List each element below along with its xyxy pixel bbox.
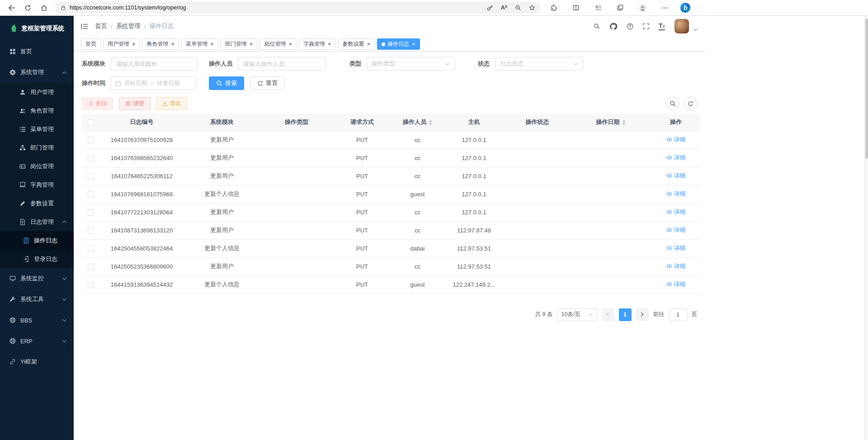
tab-close-icon[interactable]: × xyxy=(250,41,253,47)
scrollbar-thumb[interactable] xyxy=(865,19,868,159)
sidebar-item-home[interactable]: 首页 xyxy=(0,41,74,62)
toggle-search-button[interactable] xyxy=(666,97,679,110)
detail-link[interactable]: 详细 xyxy=(666,136,686,144)
next-page-button[interactable] xyxy=(636,308,649,321)
sidebar-item-system-mgmt[interactable]: 系统管理 xyxy=(0,62,74,83)
tab-dept-mgmt[interactable]: 部门管理× xyxy=(221,38,258,50)
row-checkbox[interactable] xyxy=(88,209,94,216)
detail-link[interactable]: 详细 xyxy=(666,244,686,252)
page-size-select[interactable]: 10条/页 xyxy=(557,308,597,321)
sidebar-item-menu-mgmt[interactable]: 菜单管理 xyxy=(0,120,74,138)
sidebar-item-dept-mgmt[interactable]: 部门管理 xyxy=(0,138,74,157)
detail-link[interactable]: 详细 xyxy=(666,208,686,216)
col-header-operator[interactable]: 操作人员 xyxy=(392,114,443,131)
copilot-bing-button[interactable]: b xyxy=(680,2,691,13)
user-avatar[interactable] xyxy=(675,19,689,33)
sidebar-item-role-mgmt[interactable]: 角色管理 xyxy=(0,101,74,120)
row-checkbox[interactable] xyxy=(88,191,94,198)
favorite-star-icon[interactable] xyxy=(529,5,535,11)
browser-refresh-button[interactable] xyxy=(21,1,34,14)
app-logo[interactable]: 意框架管理系统 xyxy=(0,16,74,41)
sidebar-item-post-mgmt[interactable]: 岗位管理 xyxy=(0,157,74,175)
font-size-icon[interactable]: TT xyxy=(659,23,665,30)
clear-button[interactable]: 清空 xyxy=(119,97,151,110)
favorites-bar-button[interactable] xyxy=(591,1,605,14)
sidebar-item-dict-mgmt[interactable]: 字典管理 xyxy=(0,175,74,194)
tab-post-mgmt[interactable]: 岗位管理× xyxy=(259,38,297,50)
tab-menu-mgmt[interactable]: 菜单管理× xyxy=(181,38,218,50)
extensions-button[interactable] xyxy=(547,1,561,14)
row-checkbox[interactable] xyxy=(88,246,94,252)
row-checkbox[interactable] xyxy=(88,173,94,180)
fullscreen-icon[interactable] xyxy=(643,23,649,29)
search-button[interactable]: 搜索 xyxy=(209,76,244,90)
operator-input[interactable] xyxy=(238,57,326,71)
sidebar-item-oper-log[interactable]: 操作日志 xyxy=(0,231,74,250)
split-screen-button[interactable] xyxy=(569,1,583,14)
detail-link[interactable]: 详细 xyxy=(666,226,686,234)
detail-link[interactable]: 详细 xyxy=(666,280,686,289)
browser-profile-button[interactable] xyxy=(636,1,649,14)
row-checkbox[interactable] xyxy=(88,282,94,288)
export-button[interactable]: 导出 xyxy=(156,97,188,110)
page-number-1[interactable]: 1 xyxy=(619,308,632,321)
select-all-checkbox[interactable] xyxy=(88,119,94,126)
prev-page-button[interactable] xyxy=(602,308,614,321)
detail-link[interactable]: 详细 xyxy=(666,172,686,180)
tab-dict-mgmt[interactable]: 字典管理× xyxy=(299,38,336,50)
reset-button[interactable]: 重置 xyxy=(250,76,285,90)
col-header-date[interactable]: 操作日期 xyxy=(570,114,651,131)
sidebar-item-user-mgmt[interactable]: 用户管理 xyxy=(0,83,74,101)
status-select[interactable]: 日志状态 xyxy=(495,57,583,71)
sidebar-item-yi-framework[interactable]: Yi框架 xyxy=(0,351,74,372)
type-select[interactable]: 操作类型 xyxy=(367,57,455,71)
detail-link[interactable]: 详细 xyxy=(666,154,686,162)
read-aloud-icon[interactable]: A)) xyxy=(501,4,507,11)
password-key-icon[interactable] xyxy=(487,5,493,11)
avatar-caret-icon[interactable] xyxy=(693,27,698,32)
header-search-icon[interactable] xyxy=(594,23,600,29)
browser-back-button[interactable] xyxy=(5,1,18,14)
tab-user-mgmt[interactable]: 用户管理× xyxy=(103,38,140,50)
zoom-icon[interactable] xyxy=(515,5,521,11)
row-checkbox[interactable] xyxy=(88,155,94,161)
detail-link[interactable]: 详细 xyxy=(666,190,686,198)
tab-close-icon[interactable]: × xyxy=(412,41,415,47)
sort-icon[interactable] xyxy=(429,120,432,125)
help-icon[interactable] xyxy=(627,23,633,30)
tab-close-icon[interactable]: × xyxy=(328,41,331,47)
sidebar-item-erp[interactable]: ERP xyxy=(0,331,74,351)
breadcrumb-system[interactable]: 系统管理 xyxy=(116,22,141,30)
tab-oper-log[interactable]: 操作日志× xyxy=(377,38,420,50)
sidebar-item-log-mgmt[interactable]: 日志管理 xyxy=(0,213,74,231)
sidebar-item-param-settings[interactable]: 参数设置 xyxy=(0,194,74,213)
browser-menu-button[interactable] xyxy=(658,1,671,14)
goto-page-input[interactable] xyxy=(669,308,687,321)
sidebar-item-system-monitor[interactable]: 系统监控 xyxy=(0,268,74,289)
row-checkbox[interactable] xyxy=(88,227,94,234)
tab-close-icon[interactable]: × xyxy=(288,41,292,47)
github-icon[interactable] xyxy=(609,23,617,30)
refresh-table-button[interactable] xyxy=(684,97,697,110)
breadcrumb-home[interactable]: 首页 xyxy=(95,22,107,30)
sidebar-item-system-tools[interactable]: 系统工具 xyxy=(0,289,74,310)
sort-icon[interactable] xyxy=(622,120,626,125)
collapse-sidebar-button[interactable] xyxy=(81,23,89,30)
detail-link[interactable]: 详细 xyxy=(666,262,686,270)
sidebar-item-login-log[interactable]: 登录日志 xyxy=(0,250,74,268)
tab-home[interactable]: 首页 xyxy=(81,38,101,50)
module-input[interactable] xyxy=(111,57,197,71)
tab-param-settings[interactable]: 参数设置× xyxy=(338,38,375,50)
tab-close-icon[interactable]: × xyxy=(171,41,175,47)
address-bar[interactable]: https://ccnetcore.com:1101/system/log/op… xyxy=(55,2,541,14)
browser-home-button[interactable] xyxy=(37,1,51,14)
collections-button[interactable] xyxy=(613,1,627,14)
delete-button[interactable]: 删除 xyxy=(82,97,113,110)
tab-close-icon[interactable]: × xyxy=(210,41,214,47)
tab-close-icon[interactable]: × xyxy=(367,41,371,47)
sidebar-item-bbs[interactable]: BBS xyxy=(0,310,74,331)
tab-role-mgmt[interactable]: 角色管理× xyxy=(142,38,179,50)
row-checkbox[interactable] xyxy=(88,137,94,143)
tab-close-icon[interactable]: × xyxy=(132,41,136,47)
date-range-picker[interactable]: 开始日期 - 结束日期 xyxy=(111,76,197,90)
